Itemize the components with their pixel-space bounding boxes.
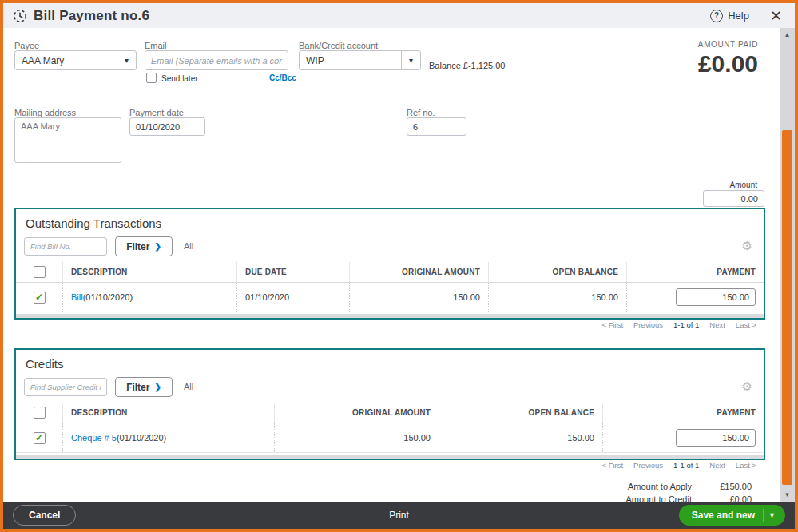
amount-field[interactable] (703, 190, 764, 207)
outstanding-table: DESCRIPTION DUE DATE ORIGINAL AMOUNT OPE… (16, 262, 764, 312)
pagination-previous[interactable]: Previous (633, 320, 663, 329)
mailing-address-label: Mailing address (14, 108, 76, 117)
cheque-link[interactable]: Cheque # 5 (71, 433, 117, 443)
filter-label: Filter (126, 382, 149, 393)
save-and-new-button[interactable]: Save and new ▼ (679, 505, 785, 526)
chevron-down-icon: ▾ (401, 51, 420, 69)
column-description: DESCRIPTION (62, 403, 274, 423)
ref-no-field[interactable] (407, 117, 466, 136)
email-field[interactable] (145, 50, 288, 70)
amount-label: Amount (730, 181, 757, 189)
payment-date-label: Payment date (129, 108, 184, 117)
column-original-amount: ORIGINAL AMOUNT (349, 262, 488, 282)
cheque-date-suffix: (01/10/2020) (117, 433, 166, 443)
chevron-down-icon: ▾ (117, 51, 136, 69)
chevron-right-icon: ❯ (154, 383, 161, 391)
column-description: DESCRIPTION (62, 262, 236, 282)
help-label: Help (728, 10, 749, 22)
pagination-range: 1-1 of 1 (673, 320, 699, 329)
pagination-next[interactable]: Next (709, 461, 725, 468)
amount-to-apply-label: Amount to Apply (628, 482, 692, 491)
scroll-down-icon[interactable]: ▼ (780, 491, 795, 498)
due-date-cell: 01/10/2020 (236, 283, 349, 312)
outstanding-filter-button[interactable]: Filter ❯ (115, 236, 173, 256)
payment-amount-field[interactable] (676, 429, 756, 447)
pagination-next[interactable]: Next (709, 320, 725, 329)
ref-no-label: Ref no. (407, 108, 435, 117)
chevron-right-icon: ❯ (154, 242, 161, 251)
close-icon[interactable]: ✕ (770, 9, 782, 23)
original-amount-cell: 150.00 (349, 283, 488, 312)
payee-select[interactable]: AAA Mary ▾ (14, 50, 137, 70)
payee-value: AAA Mary (15, 55, 117, 66)
bill-link[interactable]: Bill (71, 292, 83, 302)
payment-amount-field[interactable] (676, 288, 756, 306)
original-amount-cell: 150.00 (274, 423, 439, 452)
pagination-first[interactable]: < First (601, 461, 623, 468)
scroll-up-icon[interactable]: ▲ (780, 31, 795, 38)
horizontal-scrollbar[interactable] (16, 455, 764, 459)
credits-section: Credits Filter ❯ All ⚙ DESCRIPTION ORIGI… (14, 348, 765, 460)
credits-filter-status: All (184, 382, 193, 391)
amount-paid-block: AMOUNT PAID £0.00 (698, 40, 758, 77)
select-all-checkbox[interactable] (34, 407, 46, 419)
recurring-clock-icon (13, 9, 27, 23)
bill-payment-window: Bill Payment no.6 ? Help ✕ Payee AAA Mar… (0, 0, 798, 532)
filter-label: Filter (126, 241, 149, 252)
open-balance-cell: 150.00 (439, 423, 602, 452)
table-row: Bill (01/10/2020) 01/10/2020 150.00 150.… (16, 283, 764, 312)
bill-date-suffix: (01/10/2020) (83, 292, 133, 302)
pagination-last[interactable]: Last > (736, 461, 756, 468)
amount-paid-value: £0.00 (698, 50, 758, 77)
help-button[interactable]: ? Help (710, 10, 749, 22)
column-open-balance: OPEN BALANCE (439, 403, 602, 423)
payee-label: Payee (14, 41, 39, 50)
email-label: Email (145, 41, 167, 50)
scrollbar-thumb[interactable] (782, 130, 792, 485)
amount-paid-label: AMOUNT PAID (698, 40, 758, 49)
print-button[interactable]: Print (389, 510, 409, 521)
outstanding-filter-status: All (184, 241, 193, 251)
ccbcc-link[interactable]: Cc/Bcc (269, 73, 296, 82)
find-supplier-credit-input[interactable] (24, 378, 107, 396)
select-all-checkbox[interactable] (34, 266, 46, 278)
mailing-address-field[interactable]: AAA Mary (14, 117, 121, 163)
credits-filter-button[interactable]: Filter ❯ (115, 377, 173, 397)
outstanding-title: Outstanding Transactions (26, 216, 161, 230)
credits-pagination: < First Previous 1-1 of 1 Next Last > (601, 461, 756, 468)
row-checkbox-checked[interactable] (34, 432, 46, 444)
save-and-new-label: Save and new (679, 510, 763, 521)
chevron-down-icon: ▼ (763, 509, 785, 522)
help-icon: ? (710, 10, 723, 22)
find-bill-input[interactable] (24, 237, 107, 256)
bank-account-select[interactable]: WIP ▾ (299, 50, 421, 70)
pagination-first[interactable]: < First (601, 320, 623, 329)
row-checkbox-checked[interactable] (34, 292, 46, 304)
send-later-checkbox[interactable] (146, 73, 157, 83)
cancel-button[interactable]: Cancel (13, 505, 76, 526)
outstanding-pagination: < First Previous 1-1 of 1 Next Last > (601, 320, 756, 329)
bank-account-value: WIP (300, 55, 401, 66)
bank-account-label: Bank/Credit account (299, 41, 378, 50)
payment-date-field[interactable] (129, 117, 205, 136)
pagination-last[interactable]: Last > (736, 320, 756, 329)
table-row: Cheque # 5 (01/10/2020) 150.00 150.00 (16, 423, 764, 453)
gear-icon[interactable]: ⚙ (742, 240, 752, 252)
credits-table-header: DESCRIPTION ORIGINAL AMOUNT OPEN BALANCE… (16, 403, 764, 423)
outstanding-table-header: DESCRIPTION DUE DATE ORIGINAL AMOUNT OPE… (16, 262, 764, 283)
pagination-range: 1-1 of 1 (673, 461, 699, 468)
column-original-amount: ORIGINAL AMOUNT (274, 403, 439, 423)
footer-bar: Cancel Print Save and new ▼ (3, 502, 795, 529)
credits-pagination-clipped: < First Previous 1-1 of 1 Next Last > (601, 461, 756, 468)
outstanding-transactions-section: Outstanding Transactions Filter ❯ All ⚙ … (14, 208, 765, 320)
balance-text: Balance £-1,125.00 (429, 61, 505, 70)
horizontal-scrollbar[interactable] (16, 314, 764, 318)
vertical-scrollbar[interactable]: ▲ ▼ (780, 28, 795, 502)
open-balance-cell: 150.00 (488, 283, 626, 312)
pagination-previous[interactable]: Previous (633, 461, 663, 468)
credits-table: DESCRIPTION ORIGINAL AMOUNT OPEN BALANCE… (16, 403, 764, 453)
send-later-label: Send later (161, 74, 198, 83)
page-title: Bill Payment no.6 (34, 8, 149, 24)
gear-icon[interactable]: ⚙ (742, 380, 752, 392)
column-payment: PAYMENT (602, 403, 764, 423)
